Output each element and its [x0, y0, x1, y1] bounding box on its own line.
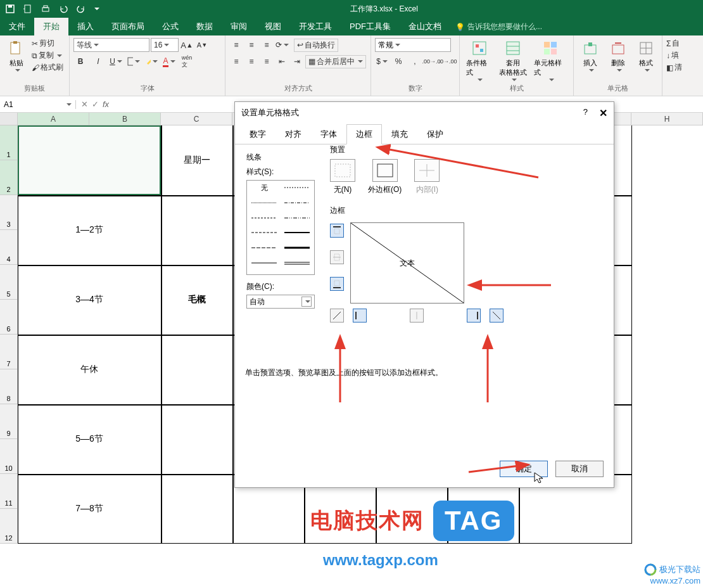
cut-button[interactable]: ✂剪切: [32, 38, 63, 49]
tell-me[interactable]: 💡 告诉我您想要做什么...: [455, 22, 542, 35]
cell[interactable]: 午休: [18, 335, 161, 404]
line-style-item[interactable]: [250, 243, 279, 252]
row-header[interactable]: 12: [0, 509, 18, 544]
cell[interactable]: 星期一: [161, 125, 232, 195]
cell[interactable]: 7—8节: [18, 474, 161, 544]
preset-outline[interactable]: 外边框(O): [368, 159, 402, 195]
fill-color-button[interactable]: [144, 54, 158, 68]
conditional-format-button[interactable]: 条件格式: [464, 38, 495, 82]
insert-cells-button[interactable]: 插入: [578, 38, 603, 73]
align-center-button[interactable]: ≡: [244, 54, 258, 68]
line-style-item[interactable]: [250, 259, 279, 267]
dlgtab-font[interactable]: 字体: [311, 124, 346, 144]
tab-developer[interactable]: 开发工具: [290, 18, 341, 35]
col-header[interactable]: C: [161, 113, 232, 125]
tab-pdf[interactable]: PDF工具集: [341, 18, 400, 35]
tab-insert[interactable]: 插入: [68, 18, 103, 35]
line-style-item[interactable]: [282, 198, 312, 207]
cell[interactable]: 5—6节: [18, 404, 161, 474]
font-color-button[interactable]: A: [162, 54, 176, 68]
line-style-item[interactable]: [250, 214, 279, 222]
row-header[interactable]: 6: [0, 300, 18, 335]
preset-inside[interactable]: 内部(I): [414, 159, 440, 195]
decrease-indent-button[interactable]: ⇤: [275, 54, 289, 68]
format-painter-button[interactable]: 🖌格式刷: [32, 62, 63, 73]
bold-button[interactable]: B: [73, 54, 87, 68]
tab-view[interactable]: 视图: [256, 18, 290, 35]
line-style-item[interactable]: [282, 243, 312, 252]
tab-data[interactable]: 数据: [187, 18, 222, 35]
table-format-button[interactable]: 套用 表格格式: [498, 38, 529, 82]
row-header[interactable]: 9: [0, 404, 18, 439]
italic-button[interactable]: I: [91, 54, 105, 68]
align-middle-button[interactable]: ≡: [244, 38, 258, 52]
percent-button[interactable]: %: [391, 54, 405, 68]
print-icon[interactable]: [39, 3, 52, 15]
line-style-item[interactable]: [282, 259, 312, 267]
qat-more-icon[interactable]: [94, 8, 99, 10]
border-diag-down-button[interactable]: [490, 309, 504, 323]
increase-decimal-button[interactable]: .00→.0: [424, 54, 438, 68]
orientation-button[interactable]: ⟳: [275, 38, 289, 52]
cell[interactable]: 1—2节: [18, 195, 161, 265]
dialog-titlebar[interactable]: 设置单元格格式 ? ✕: [235, 102, 614, 124]
line-style-item[interactable]: [282, 228, 312, 237]
align-right-button[interactable]: ≡: [260, 54, 274, 68]
col-header[interactable]: A: [18, 113, 89, 125]
wrap-text-button[interactable]: ↩自动换行: [294, 39, 338, 52]
select-all-button[interactable]: [0, 113, 18, 125]
undo-icon[interactable]: [57, 3, 70, 15]
border-bottom-button[interactable]: [330, 277, 344, 291]
line-style-item[interactable]: [250, 198, 279, 207]
line-style-item[interactable]: [250, 228, 279, 237]
phonetic-button[interactable]: wén文: [180, 54, 194, 68]
comma-button[interactable]: ,: [408, 54, 422, 68]
font-name-dropdown[interactable]: 等线: [73, 38, 149, 52]
cell[interactable]: 毛概: [161, 265, 232, 335]
row-header[interactable]: 10: [0, 439, 18, 474]
border-left-button[interactable]: [353, 309, 367, 323]
row-header[interactable]: 4: [0, 230, 18, 265]
tab-file[interactable]: 文件: [0, 18, 34, 35]
row-header[interactable]: 11: [0, 474, 18, 509]
align-left-button[interactable]: ≡: [229, 54, 243, 68]
row-header[interactable]: 3: [0, 195, 18, 230]
line-style-item[interactable]: [282, 214, 312, 222]
clear-button[interactable]: ◧清: [666, 62, 682, 73]
align-bottom-button[interactable]: ≡: [260, 38, 274, 52]
tab-pagelayout[interactable]: 页面布局: [103, 18, 153, 35]
align-top-button[interactable]: ≡: [229, 38, 243, 52]
help-button[interactable]: ?: [583, 107, 588, 119]
line-style-item[interactable]: [282, 183, 312, 192]
col-header[interactable]: H: [631, 113, 703, 125]
currency-button[interactable]: $: [375, 54, 389, 68]
tab-jinshan[interactable]: 金山文档: [400, 18, 450, 35]
name-box[interactable]: A1: [0, 100, 76, 109]
dlgtab-fill[interactable]: 填充: [382, 124, 417, 144]
row-header[interactable]: 7: [0, 335, 18, 369]
format-cells-button[interactable]: 格式: [633, 38, 659, 73]
border-diag-up-button[interactable]: [330, 309, 344, 323]
touch-icon[interactable]: [22, 3, 34, 15]
line-style-list[interactable]: 无: [246, 180, 315, 275]
decrease-decimal-button[interactable]: .0→.00: [441, 54, 455, 68]
tab-formulas[interactable]: 公式: [153, 18, 187, 35]
delete-cells-button[interactable]: 删除: [605, 38, 631, 73]
cell[interactable]: 3—4节: [18, 265, 161, 335]
border-preview[interactable]: 文本: [350, 222, 464, 304]
row-header[interactable]: 1: [0, 125, 18, 160]
cancel-button[interactable]: 取消: [555, 461, 604, 477]
cancel-formula-icon[interactable]: ✕: [81, 99, 88, 109]
row-header[interactable]: 2: [0, 160, 18, 195]
tab-review[interactable]: 审阅: [222, 18, 256, 35]
border-button[interactable]: [127, 54, 141, 68]
enter-formula-icon[interactable]: ✓: [92, 99, 99, 109]
ok-button[interactable]: 确定: [500, 461, 548, 477]
decrease-font-button[interactable]: A▼: [195, 38, 209, 52]
dlgtab-protect[interactable]: 保护: [417, 124, 453, 144]
dlgtab-align[interactable]: 对齐: [276, 124, 311, 144]
col-header[interactable]: B: [89, 113, 161, 125]
font-size-dropdown[interactable]: 16: [151, 38, 179, 52]
border-right-button[interactable]: [467, 309, 481, 323]
dlgtab-number[interactable]: 数字: [240, 124, 276, 144]
